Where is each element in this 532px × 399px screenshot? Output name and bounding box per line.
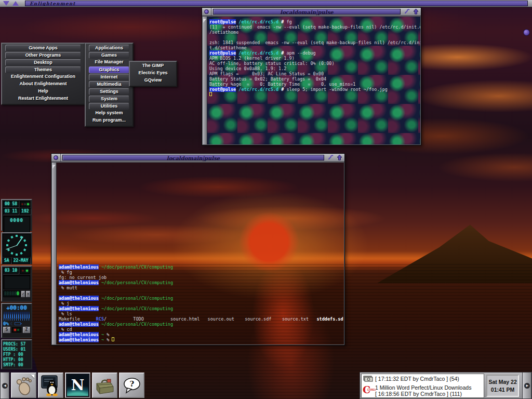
resize-corner-icon: [52, 165, 56, 169]
wallpaper-mountain: [377, 218, 532, 283]
menu-item-gqview[interactable]: GQview: [131, 77, 175, 84]
help-button[interactable]: ?: [119, 373, 144, 398]
power-epplet[interactable]: +00:00 0% ☾ S Z: [1, 303, 32, 338]
terminal2-title[interactable]: localdomain|pulse: [62, 155, 324, 161]
battery-icon: [15, 322, 21, 325]
terminal2-body: adam@thelonious ~/doc/personal/CV/comput…: [51, 162, 344, 345]
window-menu-icon: [204, 9, 209, 14]
menu-item-gnome-apps[interactable]: Gnome Apps: [5, 45, 81, 51]
gnome-menu-button[interactable]: [11, 373, 36, 398]
scroll-right-icon[interactable]: ▶: [524, 383, 530, 389]
scroll-left-icon[interactable]: ◀: [2, 383, 8, 389]
menu-item-graphics[interactable]: Graphics: [89, 66, 129, 73]
checker-accept-button[interactable]: ✓: [21, 291, 25, 297]
checker-value: 03 10: [3, 268, 19, 274]
menu-item-about-enlightenment[interactable]: About Enlightenment: [3, 81, 83, 88]
stat-http: HTTP: 00: [3, 357, 30, 363]
stat-ftp: FTP : 00: [3, 352, 30, 357]
menu-item-internet[interactable]: Internet: [89, 74, 129, 81]
tux-terminal-icon: [41, 375, 61, 396]
moon-icon: ☾: [10, 322, 13, 326]
terminal1-corner-button[interactable]: [202, 8, 211, 16]
terminal-launcher-button[interactable]: [38, 373, 63, 398]
clock-day: SA: [3, 258, 11, 264]
window-shade-icon[interactable]: [337, 155, 342, 161]
netscape-button[interactable]: N: [65, 373, 90, 398]
ticker-timestamp-2[interactable]: [ 16:18:56 EDT by CmdrTaco ] (111): [375, 391, 462, 397]
terminal1-content[interactable]: root@pulse /etc/rc.d/rcS.d # fg[1] + con…: [207, 17, 420, 144]
svg-text:?: ?: [129, 379, 134, 389]
ticker-timestamp-1[interactable]: [ 17:11:32 EDT by CmdrTaco ] (54): [375, 376, 459, 382]
terminal-window-root: localdomain|pulse root@pulse /etc/rc.d/r…: [202, 7, 421, 145]
toolbox-icon: [95, 376, 115, 395]
power-suspend-button[interactable]: S: [3, 327, 10, 333]
monitor-value-2: 03 11: [3, 208, 19, 215]
menu-item-file-manager[interactable]: File Manager: [87, 59, 131, 66]
desktop: Enlightenment localdomain|pulse root@pul…: [0, 0, 532, 399]
ticker-clock-time: 01:41 PM: [487, 386, 518, 394]
terminal2-titlebar[interactable]: localdomain|pulse: [51, 154, 344, 162]
ticker-clock-date: Sat May 22: [487, 378, 518, 386]
iconbar-handle[interactable]: ◀: [0, 372, 9, 399]
net-stats-epplet[interactable]: PROCS: 57 USERS: 01 FTP : 00 HTTP: 00 SM…: [1, 339, 32, 369]
menu-item-enlightenment-configuration[interactable]: Enlightenment Configuration: [3, 74, 83, 81]
menu-item-the-gimp[interactable]: The GIMP: [131, 63, 175, 70]
window-options-icon[interactable]: [328, 155, 334, 161]
toolbox-button[interactable]: [92, 373, 117, 398]
terminal2-content[interactable]: adam@thelonious ~/doc/personal/CV/comput…: [57, 163, 344, 344]
menu-item-utilities[interactable]: Utilities: [89, 103, 129, 110]
checker-close-button[interactable]: ✕: [26, 291, 30, 297]
desktop-corner-button[interactable]: [523, 29, 530, 36]
menu-item-applications[interactable]: Applications: [89, 45, 129, 51]
menu-item-electric-eyes[interactable]: Electric Eyes: [131, 70, 175, 77]
power-sleep-button[interactable]: Z: [23, 327, 30, 333]
power-dotted-line: [4, 318, 30, 321]
ticker-handle[interactable]: ▶: [522, 372, 531, 399]
desktop-title: Enlightenment: [25, 1, 528, 6]
power-waveform: [4, 312, 30, 318]
ticker-headlines[interactable]: [ 17:11:32 EDT by CmdrTaco ] (54) CCOREL…: [361, 374, 484, 398]
iconbar: ◀: [0, 372, 144, 399]
window-options-icon[interactable]: [404, 9, 410, 15]
menu-item-games[interactable]: Games: [89, 52, 129, 59]
checker-screen: [3, 275, 30, 289]
gnome-foot-icon: [15, 376, 33, 395]
terminal2-corner-button[interactable]: [51, 154, 61, 162]
window-shade-icon[interactable]: [413, 9, 419, 15]
desktop-dragbar[interactable]: Enlightenment: [0, 0, 532, 7]
monitor-readout: 0000: [3, 216, 30, 233]
terminal1-body: root@pulse /etc/rc.d/rcS.d # fg[1] + con…: [202, 16, 421, 145]
dragbar-lower-icon[interactable]: [3, 1, 9, 6]
power-leds: [12, 327, 21, 332]
menu-item-other-programs[interactable]: Other Programs: [5, 52, 81, 59]
analog-clock-face: [3, 234, 31, 257]
ticker-headline[interactable]: 1 Million Word Perfect/Linux Downloads: [375, 384, 471, 391]
menu-item-system[interactable]: System: [89, 96, 129, 102]
menu-item-run-program[interactable]: Run program...: [87, 117, 131, 124]
menu-item-multimedia[interactable]: Multimedia: [89, 81, 129, 88]
stat-users: USERS: 01: [3, 347, 30, 352]
menu-item-help-system[interactable]: Help system: [87, 110, 131, 117]
menu-item-desktop[interactable]: Desktop: [5, 59, 81, 66]
terminal1-titlebar[interactable]: localdomain|pulse: [202, 8, 421, 16]
monitor-leds: [20, 201, 30, 207]
netscape-icon: N: [71, 377, 85, 394]
menu-item-restart-enlightenment[interactable]: Restart Enlightenment: [3, 96, 83, 102]
root-menu: Gnome Apps Other Programs Desktop Themes…: [1, 43, 85, 105]
terminal1-left-border[interactable]: [203, 17, 207, 144]
power-percent: 0%: [3, 321, 9, 326]
clock-epplet[interactable]: SA 22-MAY: [1, 232, 32, 264]
terminal1-title[interactable]: localdomain|pulse: [213, 9, 401, 15]
terminal2-left-border[interactable]: [52, 163, 57, 344]
dragbar-raise-icon[interactable]: [12, 1, 19, 6]
terminal-window-adam: localdomain|pulse adam@thelonious ~/doc/…: [51, 153, 345, 345]
apps-submenu: Applications Games File Manager Graphics…: [85, 43, 134, 127]
gnome-popup-indicator-icon: [31, 375, 34, 378]
slashdot-ticker: [ 17:11:32 EDT by CmdrTaco ] (54) CCOREL…: [360, 372, 532, 399]
mail-checker-epplet[interactable]: 03 10 888880 ✓ ✕: [1, 265, 32, 302]
menu-item-help[interactable]: Help: [3, 88, 83, 95]
menu-item-themes[interactable]: Themes: [5, 66, 81, 73]
menu-item-settings[interactable]: Settings: [89, 88, 129, 95]
net-monitor-epplet[interactable]: 00 58 03 11 192 0000: [1, 199, 32, 231]
clock-minute-hand: [16, 236, 23, 246]
